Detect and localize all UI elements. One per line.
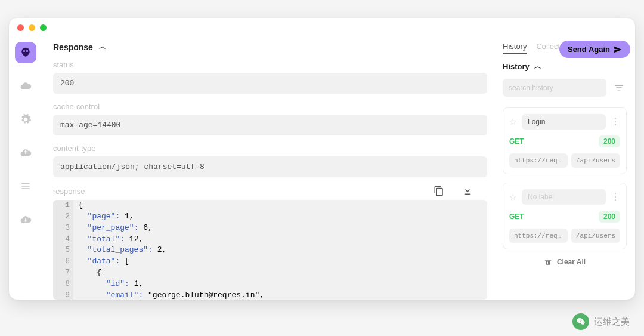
send-again-label: Send Again [568,45,610,54]
content-type-value: application/json; charset=utf-8 [53,156,487,177]
right-panel-top: History Collecti Send Again [503,42,627,54]
history-method: GET [509,212,524,221]
response-body-header: response [53,186,487,196]
titlebar [9,18,635,37]
cache-control-field: cache-control max-age=14400 [53,102,487,135]
history-path: /api/users [571,229,620,243]
history-host: https://req… [509,153,568,168]
response-body-code[interactable]: 1{2 "page": 1,3 "per_page": 6,4 "total":… [53,200,487,300]
app-window: Response ︿ status 200 cache-control max-… [9,18,635,300]
star-icon[interactable]: ☆ [509,192,517,202]
window-close-dot[interactable] [17,24,24,31]
star-icon[interactable]: ☆ [509,117,517,127]
history-search-input[interactable]: search history [503,79,606,97]
list-icon [20,180,32,192]
left-nav [9,37,42,300]
content-type-label: content-type [53,144,487,153]
nav-alien[interactable] [15,42,36,63]
alien-icon [20,47,32,58]
response-body-label: response [53,187,85,196]
cloud-icon [20,80,32,92]
watermark: 运维之美 [572,313,630,317]
code-line: 4 "total": 12, [53,234,487,245]
response-section-head[interactable]: Response ︿ [53,42,487,52]
main-panel: Response ︿ status 200 cache-control max-… [42,37,498,300]
clear-icon [544,258,552,266]
window-minimize-dot[interactable] [29,24,35,31]
code-line: 8 "id": 1, [53,279,487,290]
tab-collections[interactable]: Collecti [536,42,562,54]
cache-control-value: max-age=14400 [53,115,487,135]
chevron-up-icon: ︿ [534,61,541,72]
history-search-row: search history [503,79,627,97]
code-line: 9 "email": "george.bluth@reqres.in", [53,290,487,300]
right-panel-tabs: History Collecti [503,42,562,54]
send-again-button[interactable]: Send Again [559,41,630,58]
download-icon[interactable] [462,186,473,196]
clear-all-button[interactable]: Clear All [503,258,627,266]
code-line: 5 "total_pages": 2, [53,245,487,256]
history-section-head[interactable]: History ︿ [503,61,627,72]
history-status: 200 [599,135,620,147]
nav-list[interactable] [15,175,36,197]
cloud-down-icon [20,214,32,226]
nav-cloud-down[interactable] [15,209,36,230]
status-label: status [53,60,487,69]
code-line: 6 "data": [ [53,256,487,267]
cache-control-label: cache-control [53,102,487,111]
gear-icon [20,113,32,125]
nav-cloud[interactable] [15,75,36,97]
clear-all-label: Clear All [557,258,586,266]
history-host: https://req… [509,229,568,243]
card-menu-icon[interactable]: ⋮ [611,192,620,202]
send-icon [614,45,622,54]
history-card-label[interactable]: Login [522,114,606,130]
response-label: Response [53,42,93,52]
status-value: 200 [53,73,487,94]
card-menu-icon[interactable]: ⋮ [611,117,620,127]
wechat-icon [572,313,589,317]
history-path: /api/users [571,153,620,168]
watermark-text: 运维之美 [594,316,630,318]
code-line: 2 "page": 1, [53,211,487,223]
history-status: 200 [599,211,620,223]
sort-button[interactable] [611,80,627,95]
code-line: 7 { [53,267,487,279]
content-type-field: content-type application/json; charset=u… [53,144,487,177]
history-label: History [503,62,530,71]
app-body: Response ︿ status 200 cache-control max-… [9,37,635,300]
status-field: status 200 [53,60,487,94]
history-method: GET [509,137,524,146]
copy-icon[interactable] [434,186,444,196]
sort-icon [614,82,624,93]
window-zoom-dot[interactable] [40,24,47,31]
history-card-label[interactable]: No label [522,189,606,205]
code-line: 1{ [53,200,487,211]
code-line: 3 "per_page": 6, [53,223,487,234]
history-card[interactable]: ☆ No label ⋮ GET 200 https://req… /api/u… [503,183,627,249]
history-card[interactable]: ☆ Login ⋮ GET 200 https://req… /api/user… [503,107,627,174]
cloud-up-icon [20,147,32,159]
right-panel: History Collecti Send Again History ︿ se… [498,37,635,300]
tab-history[interactable]: History [503,42,527,54]
nav-settings[interactable] [15,109,36,130]
chevron-up-icon: ︿ [99,42,106,52]
history-cards: ☆ Login ⋮ GET 200 https://req… /api/user… [503,107,627,258]
nav-cloud-up[interactable] [15,142,36,164]
